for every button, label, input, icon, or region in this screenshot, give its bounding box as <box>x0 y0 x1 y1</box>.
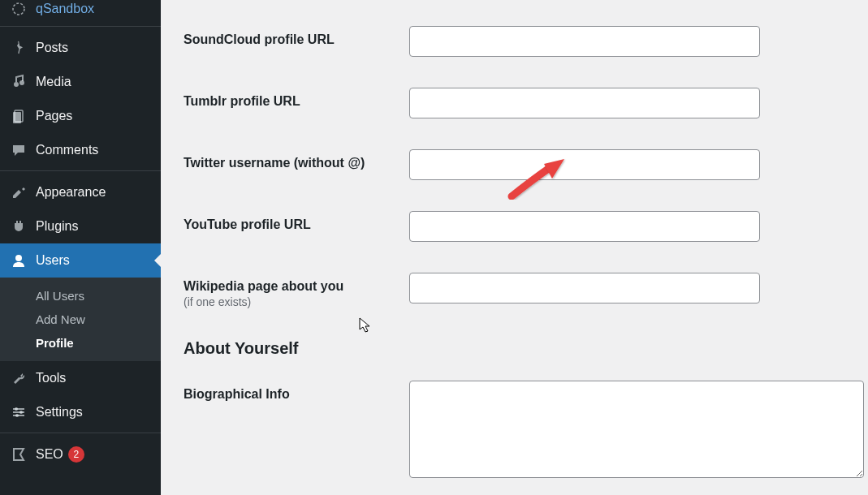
field-label: Twitter username (without @) <box>184 149 409 170</box>
sidebar-item-label: Posts <box>36 41 68 55</box>
svg-point-11 <box>15 414 19 417</box>
field-sublabel: (if one exists) <box>184 295 409 308</box>
field-label: SoundCloud profile URL <box>184 26 409 47</box>
field-label: YouTube profile URL <box>184 211 409 232</box>
profile-form: SoundCloud profile URL Tumblr profile UR… <box>184 26 868 478</box>
sidebar-item-settings[interactable]: Settings <box>0 395 161 429</box>
submenu-all-users[interactable]: All Users <box>0 284 161 308</box>
sidebar-item-label: Plugins <box>36 219 78 234</box>
sidebar-item-media[interactable]: Media <box>0 65 161 99</box>
media-icon <box>10 73 28 91</box>
twitter-input[interactable] <box>409 149 760 180</box>
form-row-youtube: YouTube profile URL <box>184 211 868 242</box>
menu-separator <box>0 167 161 171</box>
qsandbox-icon <box>10 0 28 18</box>
sidebar-item-users[interactable]: Users <box>0 243 161 278</box>
tools-icon <box>10 369 28 387</box>
settings-icon <box>10 403 28 421</box>
sidebar-item-plugins[interactable]: Plugins <box>0 209 161 243</box>
pin-icon <box>10 39 28 57</box>
sidebar-item-comments[interactable]: Comments <box>0 133 161 167</box>
admin-sidebar: qSandbox Posts Media Pages Comments Appe… <box>0 0 161 495</box>
sidebar-item-label: qSandbox <box>36 2 94 16</box>
submenu-add-new[interactable]: Add New <box>0 308 161 331</box>
users-icon <box>10 252 28 269</box>
form-row-twitter: Twitter username (without @) <box>184 149 868 180</box>
sidebar-item-label: Users <box>36 253 70 268</box>
svg-point-5 <box>15 255 22 261</box>
sidebar-item-label: Media <box>36 75 71 89</box>
users-submenu: All Users Add New Profile <box>0 278 161 361</box>
sidebar-item-label: Tools <box>36 371 66 385</box>
sidebar-item-label: SEO <box>36 447 63 462</box>
form-row-bio: Biographical Info <box>184 381 868 478</box>
svg-point-0 <box>13 3 24 15</box>
menu-separator <box>0 429 161 433</box>
form-row-tumblr: Tumblr profile URL <box>184 88 868 118</box>
form-row-soundcloud: SoundCloud profile URL <box>184 26 868 57</box>
comments-icon <box>10 141 28 159</box>
menu-separator <box>0 23 161 27</box>
sidebar-item-pages[interactable]: Pages <box>0 99 161 133</box>
soundcloud-input[interactable] <box>409 26 760 57</box>
field-label: Biographical Info <box>184 381 409 402</box>
form-row-wikipedia: Wikipedia page about you (if one exists) <box>184 273 868 308</box>
main-content: SoundCloud profile URL Tumblr profile UR… <box>161 0 868 495</box>
notification-badge: 2 <box>68 446 84 463</box>
sidebar-item-seo[interactable]: SEO 2 <box>0 437 161 471</box>
sidebar-item-label: Pages <box>36 109 72 123</box>
submenu-profile[interactable]: Profile <box>0 331 161 355</box>
svg-point-9 <box>15 407 18 411</box>
svg-point-1 <box>14 82 19 87</box>
appearance-icon <box>10 183 28 201</box>
svg-point-10 <box>19 411 23 414</box>
svg-rect-4 <box>13 112 21 123</box>
sidebar-item-appearance[interactable]: Appearance <box>0 175 161 209</box>
youtube-input[interactable] <box>409 211 760 242</box>
plugins-icon <box>10 217 28 235</box>
bio-textarea[interactable] <box>409 381 864 478</box>
field-label-text: Wikipedia page about you <box>184 279 343 293</box>
sidebar-item-label: Settings <box>36 405 83 420</box>
wikipedia-input[interactable] <box>409 273 760 303</box>
section-heading-about: About Yourself <box>184 339 868 358</box>
sidebar-item-posts[interactable]: Posts <box>0 31 161 65</box>
field-label: Wikipedia page about you (if one exists) <box>184 273 409 308</box>
pages-icon <box>10 107 28 125</box>
sidebar-item-label: Comments <box>36 143 98 157</box>
field-label: Tumblr profile URL <box>184 88 409 109</box>
sidebar-item-qsandbox[interactable]: qSandbox <box>0 0 161 23</box>
sidebar-item-label: Appearance <box>36 185 106 200</box>
sidebar-item-tools[interactable]: Tools <box>0 361 161 395</box>
seo-icon <box>10 446 28 463</box>
tumblr-input[interactable] <box>409 88 760 118</box>
